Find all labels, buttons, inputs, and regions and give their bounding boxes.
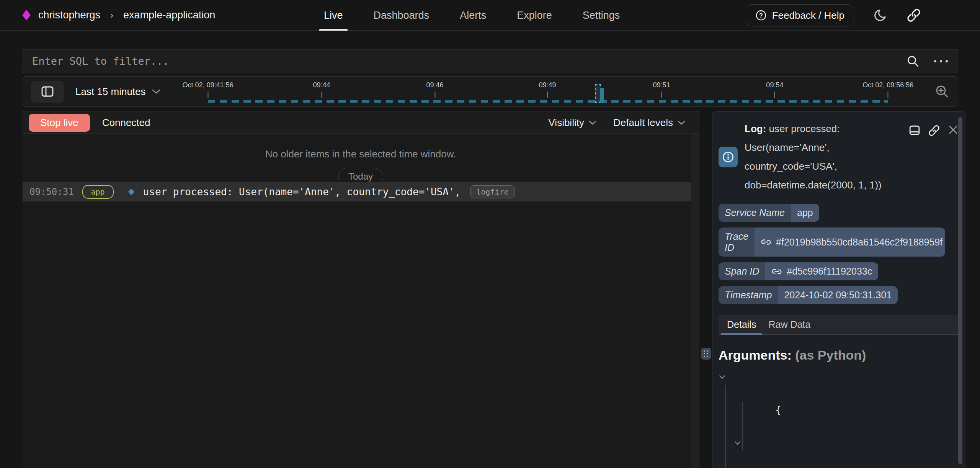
timeline-tick-label: Oct 02, 09:56:56: [862, 81, 913, 89]
connection-status: Connected: [102, 117, 150, 129]
sql-filter-input[interactable]: [22, 55, 906, 67]
empty-window-notice: No older items in the selected time wind…: [22, 148, 699, 160]
share-link-icon[interactable]: [907, 8, 921, 22]
attribute-value: #d5c996f11192033c: [765, 262, 878, 280]
timeline-tick-label: Oct 02, 09:41:56: [183, 81, 234, 89]
chevron-down-icon: [589, 120, 596, 125]
arguments-heading: Arguments: (as Python): [719, 348, 960, 363]
attribute-value-text: app: [797, 207, 813, 218]
timeline-tick-mark: [774, 92, 775, 98]
breadcrumb: christophergs › example-application: [22, 9, 215, 21]
header: christophergs › example-application Live…: [0, 0, 980, 31]
breadcrumb-separator-icon: ›: [110, 10, 113, 21]
feedback-help-button[interactable]: ? Feedback / Help: [746, 4, 854, 26]
breadcrumb-project[interactable]: example-application: [123, 9, 215, 21]
attribute-label: Span ID: [719, 262, 765, 280]
log-row-time: 09:50:31: [29, 187, 74, 197]
detail-tab[interactable]: Details: [721, 315, 762, 334]
timeline-track[interactable]: Oct 02, 09:41:56 09:44 09:46 09:49 09:51: [172, 77, 923, 106]
nav-tab-label: Explore: [517, 10, 552, 21]
panel-title: Log: user processed: User(name='Anne', c…: [745, 119, 900, 195]
header-right: ? Feedback / Help: [746, 0, 958, 31]
details-panel-scrollbar[interactable]: [958, 117, 962, 464]
timeline-spike-bar: [600, 88, 604, 103]
nav-tab[interactable]: Dashboards: [369, 0, 434, 31]
attribute-value-text: #f2019b98b550cd8a61546c2f9188959f: [776, 237, 942, 248]
user-avatar[interactable]: [940, 6, 958, 25]
toggle-sidebar-button[interactable]: [31, 81, 64, 103]
arguments-heading-text: Arguments:: [719, 348, 792, 362]
default-levels-label: Default levels: [613, 117, 673, 129]
attribute-chip[interactable]: Trace ID #f2019b98b550cd8a61546c2f918895…: [719, 227, 945, 257]
timeline-tick-mark: [547, 92, 548, 98]
detail-tabs: Details Raw Data: [719, 315, 960, 335]
log-pane-scrollbar[interactable]: [691, 134, 699, 468]
default-levels-dropdown[interactable]: Default levels: [613, 117, 685, 129]
info-level-icon: [719, 147, 738, 167]
detail-tab[interactable]: Raw Data: [762, 315, 817, 334]
nav-tab-label: Dashboards: [374, 10, 430, 21]
timeline-activity-dashes: [208, 100, 888, 103]
sql-filter-bar: [22, 49, 958, 73]
log-row[interactable]: 09:50:31 app user processed: User(name='…: [23, 182, 691, 201]
arguments-code-tree: { 'user': User( name='Anne', country_cod…: [716, 369, 960, 468]
more-options-icon[interactable]: [934, 60, 948, 62]
live-controls: Stop live Connected Visibility Default l…: [22, 112, 699, 134]
logfire-logo-icon[interactable]: [22, 10, 31, 21]
feedback-help-label: Feedback / Help: [772, 10, 844, 21]
timeline-tick: Oct 02, 09:41:56: [183, 81, 234, 98]
copy-link-icon[interactable]: [928, 125, 940, 195]
search-icon[interactable]: [906, 55, 920, 68]
visibility-dropdown[interactable]: Visibility: [548, 117, 596, 129]
timeline-spike[interactable]: [595, 84, 605, 103]
nav-tab[interactable]: Alerts: [455, 0, 491, 31]
close-icon[interactable]: [948, 125, 958, 195]
attribute-value-text: 2024-10-02 09:50:31.301: [784, 290, 892, 301]
chevron-down-icon: [678, 120, 685, 125]
timeline-tick-label: 09:49: [539, 81, 556, 89]
detail-tab-label: Details: [727, 319, 756, 330]
dark-mode-moon-icon[interactable]: [873, 8, 888, 23]
zoom-in-icon[interactable]: [935, 84, 949, 99]
timeline-tick: 09:44: [313, 81, 330, 98]
timeline-bar: Last 15 minutes Oct 02, 09:41:56 09:44 0…: [22, 76, 958, 107]
timeline-tick-mark: [661, 92, 662, 98]
nav-tab[interactable]: Explore: [512, 0, 557, 31]
attribute-chip[interactable]: Span ID #d5c996f11192033c: [719, 262, 878, 280]
nav-tab-label: Settings: [583, 10, 620, 21]
breadcrumb-org[interactable]: christophergs: [38, 9, 100, 21]
main-nav: Live Dashboards Alerts Explore Settings: [319, 0, 624, 31]
timeline-tick: 09:49: [539, 81, 556, 98]
span-details-panel: Log: user processed: User(name='Anne', c…: [712, 111, 966, 468]
timeline-tick-mark: [888, 92, 889, 98]
svg-text:?: ?: [759, 12, 763, 19]
time-range-dropdown[interactable]: Last 15 minutes: [75, 86, 160, 98]
panel-resize-handle[interactable]: [701, 348, 711, 360]
panel-left-icon: [41, 86, 54, 97]
question-circle-icon: ?: [755, 10, 767, 21]
collapse-chevron-icon[interactable]: [735, 440, 740, 445]
link-icon: [771, 268, 782, 275]
timeline-tick-label: 09:54: [766, 81, 783, 89]
scope-tag[interactable]: logfire: [470, 185, 514, 198]
attribute-label: Timestamp: [719, 286, 778, 304]
collapse-chevron-icon[interactable]: [719, 374, 725, 379]
nav-tab[interactable]: Live: [319, 0, 348, 31]
code-line: {: [716, 369, 960, 435]
attribute-label: Trace ID: [719, 227, 755, 257]
dock-panel-icon[interactable]: [909, 125, 920, 195]
live-log-pane: Stop live Connected Visibility Default l…: [22, 111, 699, 468]
timeline-tick: 09:51: [653, 81, 670, 98]
code-line-tokens: {: [775, 404, 781, 416]
attribute-chip[interactable]: Service Name app: [719, 204, 819, 222]
time-range-label: Last 15 minutes: [75, 86, 146, 98]
attribute-chip[interactable]: Timestamp 2024-10-02 09:50:31.301: [719, 286, 898, 304]
service-tag[interactable]: app: [82, 185, 114, 199]
stop-live-button[interactable]: Stop live: [29, 114, 90, 132]
code-line: 'user': User(: [716, 435, 960, 468]
attribute-value-text: #d5c996f11192033c: [787, 266, 872, 277]
detail-tab-label: Raw Data: [768, 319, 810, 330]
log-row-message: user processed: User(name='Anne', countr…: [143, 186, 461, 198]
attribute-chips: Service Name app Trace ID #f2019b98b550c…: [712, 204, 966, 304]
nav-tab[interactable]: Settings: [578, 0, 625, 31]
